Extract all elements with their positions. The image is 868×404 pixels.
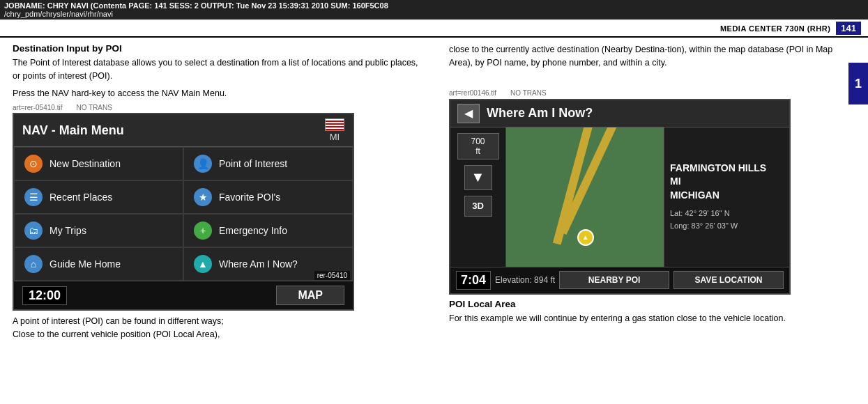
wain-title-bar: ◀ Where Am I Now? [450,100,789,127]
favorite-pois-label: Favorite POI's [219,192,280,203]
wain-city: FARMINGTON HILLS MI MICHIGAN [670,162,784,203]
page-number-badge: 141 [836,22,861,35]
wain-back-button[interactable]: ◀ [457,104,480,123]
wain-city-line3: MICHIGAN [670,189,719,201]
recent-places-label: Recent Places [50,192,112,203]
wain-time: 7:04 [456,271,491,290]
wain-lat: Lat: 42° 29' 16" N [670,208,784,220]
right-art-file: art=rer00146.tif [449,89,496,97]
wain-3d-button[interactable]: 3D [464,196,492,217]
wain-car-icon: ▲ [577,229,594,246]
where-am-i-now-label: Where Am I Now? [219,258,298,270]
my-trips-label: My Trips [50,225,86,236]
nav-btn-new-destination[interactable]: ⊙ New Destination [14,147,183,180]
nav-title-text: NAV - Main Menu [22,123,124,138]
recent-places-icon: ☰ [24,188,43,206]
left-body-text: The Point of Interest database allows yo… [13,56,427,83]
nav-btn-point-of-interest[interactable]: 👤 Point of Interest [183,147,353,180]
left-column: Destination Input by POI The Point of In… [0,43,439,403]
nav-time: 12:00 [22,286,67,305]
wain-elevation-value: 894 ft [534,275,555,285]
wain-coords: Lat: 42° 29' 16" N Long: 83° 26' 03" W [670,208,784,232]
wain-body: 700ft ▼ 3D ▲ FARMINGTON HILLS MI MICHIGA… [450,127,789,267]
wain-scale-700[interactable]: 700ft [457,133,499,160]
guide-me-home-icon: ⌂ [24,255,43,273]
nav-btn-favorite-pois[interactable]: ★ Favorite POI's [183,180,353,214]
right-body-text-1: close to the currently active destinatio… [449,43,858,70]
left-press-text: Press the NAV hard-key to access the NAV… [13,87,427,100]
right-art-label: art=rer00146.tif NO TRANS [449,89,858,97]
wain-city-line2: MI [670,176,681,187]
header-line2: /chry_pdm/chrysler/navi/rhr/navi [4,10,864,18]
wain-screen: ◀ Where Am I Now? 700ft ▼ 3D ▲ [449,99,791,295]
new-destination-icon: ⊙ [24,155,43,173]
left-caption-1: A point of interest (POI) can be found i… [13,315,427,328]
left-art-notrans: NO TRANS [76,104,112,111]
right-art-notrans: NO TRANS [510,89,547,97]
page-header: MEDIA CENTER 730N (RHR) 141 [0,20,868,38]
right-column: close to the currently active destinatio… [439,43,868,403]
wain-elevation: Elevation: 894 ft [495,275,555,285]
nav-title-bar: NAV - Main Menu MI [14,114,353,147]
page-header-title: MEDIA CENTER 730N (RHR) [720,24,830,33]
new-destination-label: New Destination [50,158,121,169]
rer-label: rer-05410 [314,271,350,280]
wain-title-text: Where Am I Now? [487,106,593,121]
header-bar: JOBNAME: CHRY NAVI (Contenta PAGE: 141 S… [0,0,868,20]
wain-elevation-label: Elevation: [495,275,532,285]
wain-info-panel: FARMINGTON HILLS MI MICHIGAN Lat: 42° 29… [664,127,789,267]
emergency-info-icon: + [194,222,212,240]
my-trips-icon: 🗂 [24,222,43,240]
left-art-file: art=rer-05410.tif [13,104,62,111]
emergency-info-label: Emergency Info [219,225,287,236]
wain-nearby-poi-button[interactable]: NEARBY POI [559,271,669,289]
nav-bottom-bar: 12:00 MAP [14,281,353,309]
point-of-interest-label: Point of Interest [219,158,287,169]
nav-mi-label: MI [330,132,340,142]
where-am-i-now-icon: ▲ [194,255,212,273]
point-of-interest-icon: 👤 [194,155,212,173]
nav-mi-flag [325,118,344,131]
right-body-text-2: For this example we will continue by ent… [449,312,858,325]
right-section-heading: POI Local Area [449,299,858,309]
main-content: Destination Input by POI The Point of In… [0,38,868,404]
left-section-heading: Destination Input by POI [13,43,427,54]
favorite-pois-icon: ★ [194,188,212,206]
wain-down-arrow-button[interactable]: ▼ [464,165,492,190]
left-art-label: art=rer-05410.tif NO TRANS [13,104,427,111]
wain-left-panel: 700ft ▼ 3D [450,127,506,267]
left-caption-2: Close to the current vehicle position (P… [13,328,427,341]
wain-bottom-bar: 7:04 Elevation: 894 ft NEARBY POI SAVE L… [450,267,789,293]
nav-screen: NAV - Main Menu MI ⊙ New Destination 👤 P… [13,113,354,311]
wain-map-area: ▲ [506,127,664,267]
header-line1: JOBNAME: CHRY NAVI (Contenta PAGE: 141 S… [4,1,864,10]
nav-btn-my-trips[interactable]: 🗂 My Trips [14,214,183,247]
nav-mi-icon: MI [325,118,344,142]
nav-map-button[interactable]: MAP [276,286,344,305]
wain-city-line1: FARMINGTON HILLS [670,162,766,173]
guide-me-home-label: Guide Me Home [50,258,121,270]
nav-btn-guide-me-home[interactable]: ⌂ Guide Me Home [14,247,183,281]
wain-long: Long: 83° 26' 03" W [670,220,784,233]
nav-btn-recent-places[interactable]: ☰ Recent Places [14,180,183,214]
nav-btn-emergency-info[interactable]: + Emergency Info [183,214,353,247]
wain-save-location-button[interactable]: SAVE LOCATION [673,271,784,289]
nav-grid: ⊙ New Destination 👤 Point of Interest ☰ … [14,147,353,281]
